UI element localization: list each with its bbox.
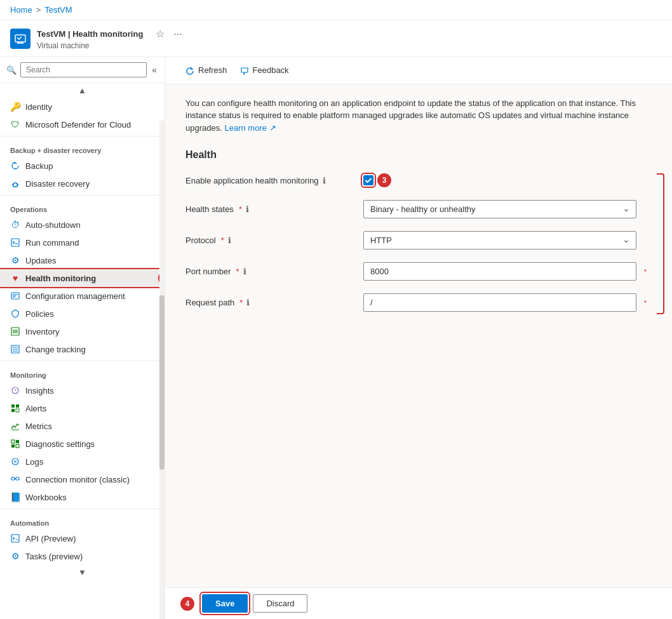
search-input[interactable] [20,62,147,77]
sidebar-item-label: Updates [25,256,56,265]
sidebar-item-identity[interactable]: 🔑 Identity [0,98,165,116]
protocol-row: Protocol * ℹ HTTP HTTPS TCP [185,231,636,250]
svg-rect-9 [16,409,19,412]
sidebar-item-backup[interactable]: Backup [0,157,165,175]
sidebar-item-runcommand[interactable]: Run command [0,234,165,251]
sidebar-item-label: Tasks (preview) [25,552,83,561]
feedback-button[interactable]: Feedback [235,62,294,79]
workbooks-icon: 📘 [10,492,20,502]
sidebar-item-workbooks[interactable]: 📘 Workbooks [0,488,165,506]
port-input[interactable] [363,262,636,281]
api-icon [10,533,20,543]
sidebar-item-insights[interactable]: Insights [0,382,165,399]
sidebar-item-connection-monitor[interactable]: Connection monitor (classic) [0,470,165,488]
header-actions: ☆ ··· [153,27,184,41]
health-states-info-icon[interactable]: ℹ [246,204,249,214]
more-options-button[interactable]: ··· [171,27,184,41]
sidebar-item-logs[interactable]: Logs [0,453,165,470]
divider-1 [0,136,165,136]
toolbar: Refresh Feedback [165,57,672,84]
sidebar-item-metrics[interactable]: Metrics [0,417,165,435]
sidebar-item-defender[interactable]: 🛡 Microsoft Defender for Cloud [0,116,165,133]
sidebar-item-policies[interactable]: Policies [0,305,165,323]
sidebar-item-alerts[interactable]: Alerts [0,399,165,417]
sidebar-item-tasks[interactable]: ⚙ Tasks (preview) [0,547,165,565]
feedback-icon [240,65,250,76]
sidebar-scroll-up[interactable]: ▲ [78,86,86,95]
connection-monitor-icon [10,474,20,484]
sidebar-item-inventory[interactable]: Inventory [0,323,165,340]
sidebar-item-health-monitoring[interactable]: ♥ Health monitoring 2 [0,269,165,287]
logs-icon [10,456,20,467]
page-header: TestVM | Health monitoring ☆ ··· Virtual… [0,20,672,57]
sidebar-item-config-mgmt[interactable]: Configuration management [0,287,165,305]
learn-more-link[interactable]: Learn more ↗ [224,123,276,133]
port-info-icon[interactable]: ℹ [243,267,246,276]
enable-checkbox-wrapper: 3 [363,173,636,187]
svg-rect-12 [11,444,15,448]
sidebar-item-change-tracking[interactable]: Change tracking [0,340,165,358]
svg-rect-16 [16,477,19,480]
favorite-button[interactable]: ☆ [153,27,167,41]
enable-info-icon[interactable]: ℹ [323,176,326,185]
sidebar-item-label: Inventory [25,327,59,336]
identity-icon: 🔑 [10,102,20,112]
breadcrumb-sep: > [36,5,41,15]
health-states-required: * [239,204,242,214]
sidebar-item-label: Diagnostic settings [25,439,95,449]
sidebar-item-updates[interactable]: ⚙ Updates [0,251,165,269]
health-fields: Enable application health monitoring ℹ 3 [185,173,652,312]
app-container: Home > TestVM TestVM | Health monitoring… [0,0,672,619]
protocol-select-wrapper: HTTP HTTPS TCP [363,231,636,250]
refresh-button[interactable]: Refresh [180,62,232,79]
protocol-info-icon[interactable]: ℹ [228,236,231,245]
breadcrumb-home[interactable]: Home [10,5,32,15]
annotation-3: 3 [377,173,391,187]
sidebar-item-label: Alerts [25,404,46,413]
sidebar-item-label: Configuration management [25,291,125,301]
breadcrumb-vm[interactable]: TestVM [44,5,72,15]
sidebar-item-autoshutdown[interactable]: ⏱ Auto-shutdown [0,216,165,234]
sidebar-item-label: Connection monitor (classic) [25,475,130,484]
sidebar-scrollbar-thumb[interactable] [159,295,165,470]
request-path-required: * [239,298,243,307]
content-area: Refresh Feedback You can configure healt… [165,57,672,619]
health-states-select[interactable]: Binary - healthy or unhealthy Rich healt… [363,200,636,218]
svg-rect-10 [11,440,15,443]
divider-2 [0,195,165,196]
port-required: * [236,267,239,276]
svg-rect-15 [11,477,15,480]
request-path-info-icon[interactable]: ℹ [246,298,250,307]
sidebar-item-label: Policies [25,309,54,319]
request-path-input-container: * [363,293,636,312]
request-path-input[interactable] [363,293,636,312]
alerts-icon [10,403,20,413]
save-button[interactable]: Save [202,594,248,613]
request-path-label: Request path * ℹ [185,298,363,307]
sidebar-item-diagnostic[interactable]: Diagnostic settings [0,435,165,453]
sidebar-item-label: API (Preview) [25,534,76,543]
sidebar-scrollbar-track [159,121,165,619]
health-section-title: Health [185,149,652,161]
health-states-select-wrapper: Binary - healthy or unhealthy Rich healt… [363,200,636,218]
enable-label: Enable application health monitoring ℹ [185,176,363,185]
protocol-select[interactable]: HTTP HTTPS TCP [363,231,636,250]
sidebar-item-disaster-recovery[interactable]: Disaster recovery [0,175,165,192]
discard-button[interactable]: Discard [253,594,307,613]
sidebar-item-label: Metrics [25,422,52,431]
sidebar-item-label: Run command [25,238,79,248]
insights-icon [10,385,20,396]
sidebar: 🔍 « ▲ 🔑 Identity 🛡 Microsoft Defender fo… [0,57,165,619]
sidebar-scroll-down[interactable]: ▼ [78,568,86,577]
sidebar-collapse-button[interactable]: « [151,63,158,76]
health-monitoring-icon: ♥ [10,273,20,283]
page-title: TestVM | Health monitoring ☆ ··· [37,27,185,41]
enable-checkbox[interactable] [363,175,373,185]
protocol-select-container: HTTP HTTPS TCP [363,231,636,250]
sidebar-item-api[interactable]: API (Preview) [0,529,165,547]
config-mgmt-icon [10,291,20,301]
health-states-row: Health states * ℹ Binary - healthy or un… [185,200,636,218]
header-text: TestVM | Health monitoring ☆ ··· Virtual… [37,27,185,50]
sidebar-item-label: Insights [25,386,54,396]
enable-health-row: Enable application health monitoring ℹ 3 [185,173,636,187]
